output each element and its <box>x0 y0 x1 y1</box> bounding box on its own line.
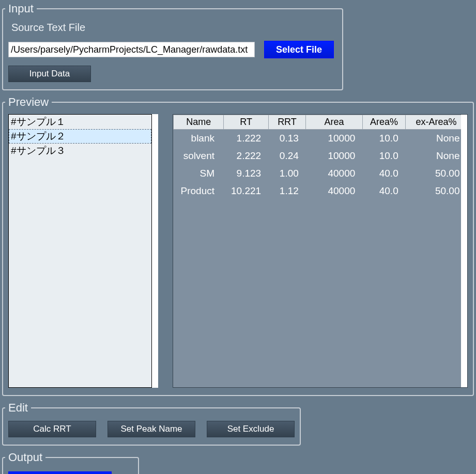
input-legend: Input <box>5 2 37 15</box>
cell: 10.0 <box>362 147 405 165</box>
set-exclude-button[interactable]: Set Exclude <box>207 421 295 437</box>
select-file-button[interactable]: Select File <box>264 41 334 58</box>
cell: 2.222 <box>224 147 268 165</box>
column-header[interactable]: RT <box>224 115 268 130</box>
cell: 1.222 <box>224 130 268 148</box>
table-row[interactable]: Product10.2211.124000040.050.00 <box>174 182 467 200</box>
cell: 10000 <box>306 147 362 165</box>
edit-legend: Edit <box>5 401 31 415</box>
list-item[interactable]: #サンプル３ <box>9 144 151 158</box>
column-header[interactable]: ex-Area% <box>406 115 467 130</box>
calc-rrt-button[interactable]: Calc RRT <box>8 421 96 437</box>
column-header[interactable]: Area <box>306 115 362 130</box>
list-item[interactable]: #サンプル１ <box>9 115 151 129</box>
cell: 0.13 <box>268 130 306 148</box>
cell: None <box>406 130 467 148</box>
output-group: Output <box>2 451 139 474</box>
table-row[interactable]: SM9.1231.004000040.050.00 <box>174 165 467 182</box>
table-row[interactable]: solvent2.2220.241000010.0None <box>174 147 467 165</box>
grid-scrollbar[interactable] <box>461 115 467 387</box>
column-header[interactable]: Area% <box>362 115 405 130</box>
edit-group: Edit Calc RRT Set Peak Name Set Exclude <box>2 401 301 446</box>
cell: 9.123 <box>224 165 268 182</box>
cell: SM <box>174 165 224 182</box>
cell: blank <box>174 130 224 148</box>
cell: 1.12 <box>268 182 306 200</box>
preview-group: Preview #サンプル１#サンプル２#サンプル３ NameRTRRTArea… <box>2 96 474 396</box>
table-row[interactable]: blank1.2220.131000010.0None <box>174 130 467 148</box>
cell: 10.0 <box>362 130 405 148</box>
cell: 10.221 <box>224 182 268 200</box>
source-file-path-input[interactable] <box>8 42 255 57</box>
preview-legend: Preview <box>5 96 52 109</box>
output-button[interactable] <box>8 471 112 474</box>
input-data-button[interactable]: Input Data <box>8 66 91 82</box>
source-file-label: Source Text File <box>11 22 337 34</box>
cell: 10000 <box>306 130 362 148</box>
cell: 50.00 <box>406 165 467 182</box>
cell: None <box>406 147 467 165</box>
set-peak-name-button[interactable]: Set Peak Name <box>108 421 195 437</box>
cell: 40000 <box>306 182 362 200</box>
cell: 40.0 <box>362 182 405 200</box>
input-group: Input Source Text File Select File Input… <box>2 2 343 90</box>
cell: 40000 <box>306 165 362 182</box>
column-header[interactable]: RRT <box>268 115 306 130</box>
cell: Product <box>174 182 224 200</box>
cell: 50.00 <box>406 182 467 200</box>
list-item[interactable]: #サンプル２ <box>9 129 151 144</box>
sample-listbox[interactable]: #サンプル１#サンプル２#サンプル３ <box>8 114 152 388</box>
cell: solvent <box>174 147 224 165</box>
cell: 1.00 <box>268 165 306 182</box>
listbox-scrollbar[interactable] <box>152 114 158 388</box>
cell: 40.0 <box>362 165 405 182</box>
cell: 0.24 <box>268 147 306 165</box>
output-legend: Output <box>5 451 45 464</box>
data-grid[interactable]: NameRTRRTAreaArea%ex-Area% blank1.2220.1… <box>173 114 468 388</box>
column-header[interactable]: Name <box>174 115 224 130</box>
